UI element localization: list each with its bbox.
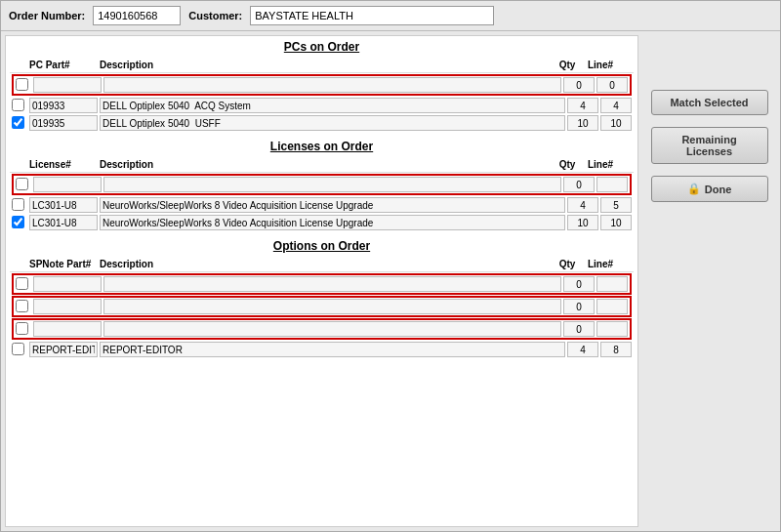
opt-row0-desc[interactable] <box>103 276 561 292</box>
header-bar: Order Number: Customer: <box>1 1 780 31</box>
lic-row1-line[interactable] <box>600 197 632 213</box>
licenses-title: Licenses on Order <box>10 140 634 153</box>
lic-line-header: Line# <box>585 159 616 170</box>
opt-spnote-header: SPNote Part# <box>29 259 98 269</box>
opt-row3-qty[interactable] <box>567 342 598 357</box>
pcs-row1-checkbox[interactable] <box>12 99 24 111</box>
options-header: SPNote Part# Description Qty Line# <box>10 257 634 272</box>
pcs-row1-part[interactable] <box>29 98 98 113</box>
lic-row2-desc[interactable] <box>100 215 565 230</box>
right-panel: Match Selected Remaining Licenses 🔒 Done <box>638 31 780 531</box>
licenses-header: License# Description Qty Line# <box>10 157 634 173</box>
pcs-row0-qty[interactable] <box>563 77 595 93</box>
customer-label: Customer: <box>188 10 242 21</box>
table-row <box>10 114 634 132</box>
done-label: Done <box>705 184 732 195</box>
lic-row0-license[interactable] <box>33 177 102 192</box>
opt-line-header: Line# <box>585 259 616 269</box>
pcs-row2-line[interactable] <box>600 115 632 131</box>
lic-row0-line[interactable] <box>596 177 628 192</box>
main-content: PCs on Order PC Part# Description Qty Li… <box>1 31 780 531</box>
lic-row0-checkbox[interactable] <box>16 178 28 190</box>
pcs-qty-header: Qty <box>552 60 583 70</box>
opt-row2-spnote[interactable] <box>33 321 102 337</box>
lic-row0-desc[interactable] <box>103 177 561 192</box>
opt-row1-qty[interactable] <box>563 299 595 314</box>
table-row <box>12 318 632 340</box>
opt-row1-desc[interactable] <box>103 299 561 314</box>
lic-row2-license[interactable] <box>29 215 98 230</box>
pcs-row2-part[interactable] <box>29 115 98 131</box>
opt-row3-checkbox[interactable] <box>12 343 24 355</box>
lic-row1-license[interactable] <box>29 197 98 213</box>
opt-row3-spnote[interactable] <box>29 342 98 357</box>
lic-row1-checkbox[interactable] <box>12 198 24 211</box>
licenses-rows-container <box>10 173 634 231</box>
table-row <box>12 74 632 96</box>
opt-desc-header: Description <box>100 259 550 269</box>
pcs-section: PCs on Order PC Part# Description Qty Li… <box>6 36 637 136</box>
pcs-row1-desc[interactable] <box>100 98 565 113</box>
table-row <box>10 341 634 358</box>
order-number-label: Order Number: <box>9 10 85 21</box>
opt-row0-line[interactable] <box>596 276 628 292</box>
pcs-desc-header: Description <box>100 60 550 70</box>
pcs-row0-desc[interactable] <box>103 77 561 93</box>
pcs-row1-line[interactable] <box>600 98 632 113</box>
table-row <box>10 196 634 214</box>
pcs-row2-desc[interactable] <box>100 115 565 131</box>
licenses-section: Licenses on Order License# Description Q… <box>6 136 637 235</box>
opt-row1-checkbox[interactable] <box>16 300 28 312</box>
opt-row1-spnote[interactable] <box>33 299 102 314</box>
lic-row0-qty[interactable] <box>563 177 595 192</box>
opt-row3-desc[interactable] <box>100 342 565 357</box>
table-row <box>12 174 632 195</box>
opt-row3-line[interactable] <box>600 342 632 357</box>
lic-desc-header: Description <box>100 159 550 170</box>
pcs-row1-qty[interactable] <box>567 98 598 113</box>
table-row <box>12 296 632 317</box>
opt-row2-checkbox[interactable] <box>16 322 28 335</box>
pcs-row2-checkbox[interactable] <box>12 116 24 129</box>
lic-row1-qty[interactable] <box>567 197 598 213</box>
pcs-row2-qty[interactable] <box>567 115 598 131</box>
lic-row2-checkbox[interactable] <box>12 216 24 228</box>
opt-row2-desc[interactable] <box>103 321 561 337</box>
match-selected-button[interactable]: Match Selected <box>651 90 768 115</box>
pcs-part-header: PC Part# <box>29 60 98 70</box>
table-row <box>10 97 634 114</box>
options-section: Options on Order SPNote Part# Descriptio… <box>6 235 637 526</box>
remaining-licenses-button[interactable]: Remaining Licenses <box>651 127 768 164</box>
pcs-row0-part[interactable] <box>33 77 102 93</box>
opt-row1-line[interactable] <box>596 299 628 314</box>
done-icon: 🔒 <box>687 183 701 195</box>
pcs-row0-checkbox[interactable] <box>16 78 28 91</box>
pcs-rows-container <box>10 73 634 132</box>
pcs-header: PC Part# Description Qty Line# <box>10 58 634 73</box>
opt-row0-spnote[interactable] <box>33 276 102 292</box>
lic-row2-line[interactable] <box>600 215 632 230</box>
opt-row2-line[interactable] <box>596 321 628 337</box>
opt-row0-checkbox[interactable] <box>16 277 28 290</box>
opt-row0-qty[interactable] <box>563 276 595 292</box>
opt-qty-header: Qty <box>552 259 583 269</box>
lic-row2-qty[interactable] <box>567 215 598 230</box>
done-button[interactable]: 🔒 Done <box>651 176 768 202</box>
lic-qty-header: Qty <box>552 159 583 170</box>
pcs-row0-line[interactable] <box>596 77 628 93</box>
pcs-title: PCs on Order <box>10 40 634 54</box>
opt-row2-qty[interactable] <box>563 321 595 337</box>
lic-row1-desc[interactable] <box>100 197 565 213</box>
options-rows-container <box>10 272 634 358</box>
table-row <box>10 214 634 231</box>
lic-license-header: License# <box>29 159 98 170</box>
options-title: Options on Order <box>10 239 634 253</box>
left-panel: PCs on Order PC Part# Description Qty Li… <box>5 35 638 527</box>
order-number-input[interactable] <box>93 6 181 25</box>
pcs-line-header: Line# <box>585 60 616 70</box>
customer-input[interactable] <box>250 6 494 25</box>
table-row <box>12 273 632 295</box>
